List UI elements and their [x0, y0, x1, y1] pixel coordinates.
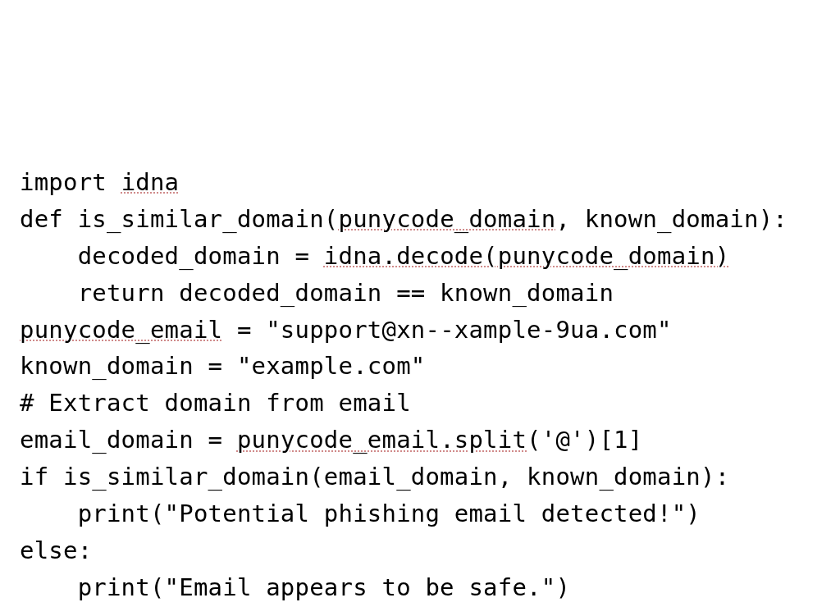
code-line: # Extract domain from email [20, 385, 824, 422]
code-block: import idnadef is_similar_domain(punycod… [20, 164, 824, 606]
code-line: def is_similar_domain(punycode_domain, k… [20, 201, 824, 238]
code-line: decoded_domain = idna.decode(punycode_do… [20, 238, 824, 275]
code-line: import idna [20, 164, 824, 201]
spellcheck-underline-segment: idna [121, 168, 180, 196]
code-segment: import [20, 168, 121, 196]
code-segment: decoded_domain = [20, 242, 324, 270]
code-segment: = "support@xn--xample-9ua.com" [222, 316, 671, 344]
code-segment: known_domain = "example.com" [20, 352, 425, 380]
code-segment: def is_similar_domain( [20, 205, 339, 233]
code-line: known_domain = "example.com" [20, 348, 824, 385]
code-line: return decoded_domain == known_domain [20, 275, 824, 312]
code-segment: email_domain = [20, 426, 237, 454]
code-segment: print("Potential phishing email detected… [20, 500, 701, 527]
spellcheck-underline-segment: idna.decode(punycode_domain) [324, 242, 729, 270]
code-line: else: [20, 532, 824, 569]
code-segment: # Extract domain from email [20, 389, 411, 417]
code-segment: print("Email appears to be safe.") [20, 573, 570, 601]
code-segment: return decoded_domain == known_domain [20, 279, 614, 307]
code-line: print("Potential phishing email detected… [20, 495, 824, 532]
code-line: print("Email appears to be safe.") [20, 569, 824, 606]
code-line: if is_similar_domain(email_domain, known… [20, 459, 824, 495]
code-line: email_domain = punycode_email.split('@')… [20, 422, 824, 459]
code-segment: ('@')[1] [527, 426, 642, 454]
code-segment: else: [20, 536, 92, 564]
code-segment: , known_domain): [555, 205, 788, 233]
spellcheck-underline-segment: punycode_email.split [237, 426, 527, 454]
code-segment: if is_similar_domain(email_domain, known… [20, 463, 729, 491]
spellcheck-underline-segment: punycode_email [20, 316, 222, 344]
spellcheck-underline-segment: punycode_domain [339, 205, 556, 233]
code-line: punycode_email = "support@xn--xample-9ua… [20, 312, 824, 349]
